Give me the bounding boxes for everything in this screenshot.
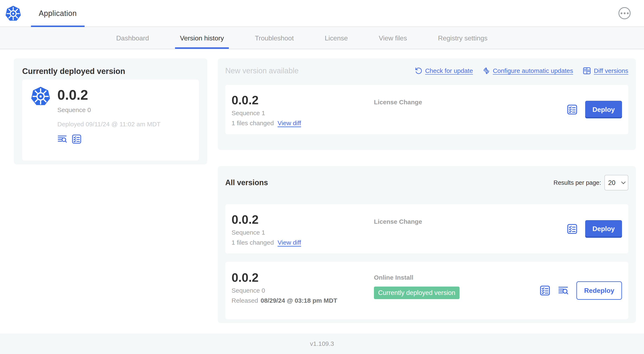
checklist-icon <box>540 285 550 296</box>
check-for-update-link[interactable]: Check for update <box>415 67 473 75</box>
all-versions-panel: All versions Results per page: 20 0.0.2 … <box>218 166 636 323</box>
version-number: 0.0.2 <box>232 213 374 226</box>
version-source-label: Online Install <box>374 274 413 281</box>
app-tab[interactable]: Application <box>31 0 84 27</box>
checklist-icon <box>567 223 578 234</box>
released-timestamp: 08/29/24 @ 03:18 pm MDT <box>261 297 337 304</box>
new-version-row: 0.0.2 Sequence 1 1 files changed View di… <box>225 85 628 134</box>
console-version: v1.109.3 <box>310 340 334 347</box>
app-header: Application <box>0 0 644 27</box>
tab-dashboard[interactable]: Dashboard <box>116 28 149 49</box>
preflight-checks-button[interactable] <box>567 223 578 234</box>
deployed-timestamp: Deployed 09/11/24 @ 11:02 am MDT <box>57 121 160 128</box>
version-row: 0.0.2 Sequence 0 Released 08/29/24 @ 03:… <box>225 262 628 319</box>
app-footer: v1.109.3 <box>0 333 644 354</box>
overflow-menu-button[interactable] <box>618 7 630 19</box>
ellipsis-icon <box>620 12 622 14</box>
kubernetes-logo-icon <box>5 5 21 22</box>
logs-icon <box>558 285 569 296</box>
kubernetes-app-icon <box>30 86 51 107</box>
version-source-label: License Change <box>374 99 422 106</box>
released-label: Released <box>232 297 258 304</box>
results-per-page-label: Results per page: <box>554 179 601 186</box>
currently-deployed-title: Currently deployed version <box>22 67 199 76</box>
version-sequence: Sequence 1 <box>232 229 374 236</box>
deploy-button[interactable]: Deploy <box>585 220 622 238</box>
preflight-checks-button[interactable] <box>567 104 578 115</box>
version-source-label: License Change <box>374 218 422 225</box>
secondary-nav: Dashboard Version history Troubleshoot L… <box>0 28 644 49</box>
checklist-icon <box>567 104 578 115</box>
preflight-checks-button[interactable] <box>72 134 82 144</box>
all-versions-heading: All versions <box>225 178 268 187</box>
version-sequence: Sequence 1 <box>232 110 374 117</box>
tab-registry-settings[interactable]: Registry settings <box>438 28 488 49</box>
currently-deployed-panel: Currently deployed version 0.0.2 Sequenc… <box>14 59 207 164</box>
view-diff-link[interactable]: View diff <box>278 120 301 127</box>
app-title: Application <box>39 9 77 18</box>
redeploy-button[interactable]: Redeploy <box>576 281 622 300</box>
checklist-icon <box>72 134 82 144</box>
configure-automatic-updates-link[interactable]: Configure automatic updates <box>482 67 573 75</box>
view-logs-button[interactable] <box>558 285 569 296</box>
deploy-button[interactable]: Deploy <box>585 101 622 118</box>
currently-deployed-badge: Currently deployed version <box>374 286 460 299</box>
version-number: 0.0.2 <box>232 94 374 106</box>
schedule-update-icon <box>482 67 490 75</box>
view-logs-button[interactable] <box>57 134 68 144</box>
files-changed-label: 1 files changed <box>232 120 274 127</box>
diff-icon <box>583 67 591 75</box>
tab-version-history[interactable]: Version history <box>180 28 224 49</box>
new-version-heading: New version available <box>225 66 298 75</box>
active-tab-underline <box>175 47 229 49</box>
version-sequence: Sequence 0 <box>232 287 374 294</box>
version-number: 0.0.2 <box>232 271 374 284</box>
deployed-sequence: Sequence 0 <box>57 106 160 114</box>
preflight-checks-button[interactable] <box>540 285 550 296</box>
view-diff-link[interactable]: View diff <box>278 239 301 246</box>
logs-icon <box>57 134 68 144</box>
tab-license[interactable]: License <box>325 28 348 49</box>
new-version-panel: New version available Check for update C… <box>218 59 636 150</box>
active-app-tab-underline <box>31 26 84 27</box>
results-per-page-select[interactable]: 20 <box>604 175 628 190</box>
diff-versions-link[interactable]: Diff versions <box>583 67 628 75</box>
tab-troubleshoot[interactable]: Troubleshoot <box>255 28 294 49</box>
files-changed-label: 1 files changed <box>232 239 274 246</box>
refresh-icon <box>415 67 422 75</box>
deployed-version-number: 0.0.2 <box>57 88 160 102</box>
currently-deployed-card: 0.0.2 Sequence 0 Deployed 09/11/24 @ 11:… <box>22 80 199 160</box>
tab-view-files[interactable]: View files <box>379 28 407 49</box>
version-row: 0.0.2 Sequence 1 1 files changed View di… <box>225 204 628 253</box>
